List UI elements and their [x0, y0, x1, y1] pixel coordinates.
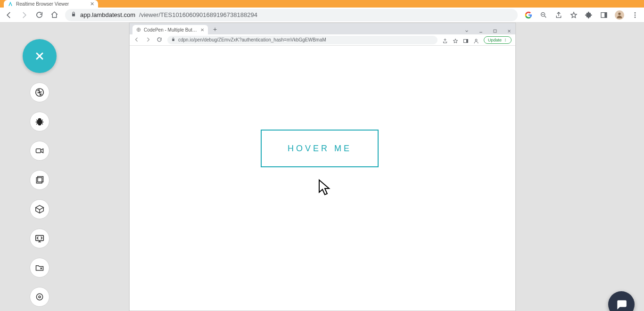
update-label: Update	[488, 38, 502, 42]
inner-window-controls	[463, 29, 512, 33]
svg-rect-17	[466, 39, 468, 42]
google-icon[interactable]	[524, 11, 533, 19]
close-icon[interactable]: ✕	[90, 1, 94, 7]
svg-point-18	[475, 39, 477, 41]
switch-browser-button[interactable]	[30, 82, 50, 102]
outer-url-path: /viewer/TES10160609016891967381​88294	[139, 11, 257, 18]
hover-me-button[interactable]: HOVER ME	[261, 130, 379, 167]
globe-favicon-icon	[136, 27, 141, 32]
lambdatest-viewer-area: CodePen - Multiple Button Tran… ✕ +	[0, 23, 644, 311]
svg-rect-15	[494, 30, 496, 33]
lock-icon	[71, 11, 76, 18]
resolution-button[interactable]	[30, 199, 50, 219]
files-button[interactable]	[30, 258, 50, 278]
lambdatest-tools-sidebar	[23, 39, 57, 311]
profile-icon[interactable]	[473, 37, 479, 43]
profile-avatar[interactable]	[615, 10, 624, 20]
outer-browser-tabstrip: Realtime Browser Viewer ✕	[0, 0, 644, 8]
zoom-icon[interactable]	[539, 11, 548, 19]
end-session-button[interactable]	[23, 39, 57, 73]
lambdatest-favicon-icon	[8, 1, 13, 7]
svg-rect-11	[36, 236, 44, 241]
inner-forward-button[interactable]	[145, 37, 151, 43]
svg-point-20	[505, 40, 505, 40]
lock-icon	[171, 37, 175, 42]
inner-tab-title: CodePen - Multiple Button Tran…	[144, 27, 198, 33]
outer-tab-title: Realtime Browser Viewer	[16, 1, 87, 7]
svg-point-4	[635, 12, 636, 14]
svg-point-12	[36, 294, 42, 300]
share-icon[interactable]	[554, 11, 563, 19]
svg-rect-2	[604, 12, 607, 17]
record-video-button[interactable]	[30, 141, 50, 161]
inner-page-content: HOVER ME	[130, 46, 515, 311]
inner-browser-toolbar: cdpn.io/pen/debug/ZEmvZxK?authentication…	[130, 34, 515, 46]
inner-url-text: cdpn.io/pen/debug/ZEmvZxK?authentication…	[178, 37, 326, 42]
svg-point-6	[635, 16, 636, 18]
side-panel-icon[interactable]	[600, 11, 608, 19]
chevron-down-icon[interactable]	[463, 29, 470, 33]
home-button[interactable]	[50, 11, 58, 19]
outer-tabstrip-empty	[98, 0, 644, 8]
close-icon[interactable]: ✕	[200, 27, 204, 33]
kebab-menu-icon[interactable]	[631, 11, 639, 19]
close-window-icon[interactable]	[506, 29, 512, 33]
reload-button[interactable]	[35, 11, 43, 19]
inner-browser-tabstrip: CodePen - Multiple Button Tran… ✕ +	[130, 23, 515, 34]
support-chat-button[interactable]	[608, 291, 635, 311]
inner-browser-tab-active[interactable]: CodePen - Multiple Button Tran… ✕	[132, 25, 208, 34]
outer-toolbar-right	[524, 10, 639, 20]
inner-back-button[interactable]	[133, 37, 140, 43]
svg-point-13	[39, 296, 41, 298]
bookmark-star-icon[interactable]	[453, 37, 458, 43]
inner-toolbar-right: Update	[442, 36, 512, 44]
update-chrome-button[interactable]: Update	[484, 36, 512, 44]
inner-reload-button[interactable]	[156, 37, 163, 43]
extensions-icon[interactable]	[585, 11, 593, 19]
outer-browser-toolbar: app.lambdatest.com/viewer/TES10160609016…	[0, 8, 644, 23]
outer-browser-tab-active[interactable]: Realtime Browser Viewer ✕	[4, 0, 98, 8]
outer-address-bar[interactable]: app.lambdatest.com/viewer/TES10160609016…	[65, 9, 518, 21]
svg-point-3	[618, 12, 620, 15]
svg-point-21	[505, 41, 505, 41]
minimize-window-icon[interactable]	[478, 29, 484, 33]
share-icon[interactable]	[442, 37, 448, 43]
svg-point-7	[36, 89, 44, 97]
mark-bug-button[interactable]	[30, 112, 50, 131]
maximize-window-icon[interactable]	[492, 29, 498, 33]
outer-url-domain: app.lambdatest.com	[80, 11, 135, 18]
svg-rect-8	[36, 149, 41, 153]
screenshot-gallery-button[interactable]	[30, 170, 50, 190]
devtools-button[interactable]	[30, 229, 50, 248]
remote-browser-window: CodePen - Multiple Button Tran… ✕ +	[129, 23, 516, 311]
geolocation-button[interactable]	[30, 287, 50, 307]
side-panel-icon[interactable]	[463, 37, 469, 43]
forward-button[interactable]	[20, 11, 28, 19]
svg-point-19	[505, 39, 505, 39]
svg-point-5	[635, 14, 636, 16]
bookmark-star-icon[interactable]	[570, 11, 578, 19]
cursor-icon	[318, 179, 331, 199]
new-tab-button[interactable]: +	[211, 25, 219, 33]
back-button[interactable]	[5, 11, 13, 19]
inner-address-bar[interactable]: cdpn.io/pen/debug/ZEmvZxK?authentication…	[167, 36, 438, 44]
